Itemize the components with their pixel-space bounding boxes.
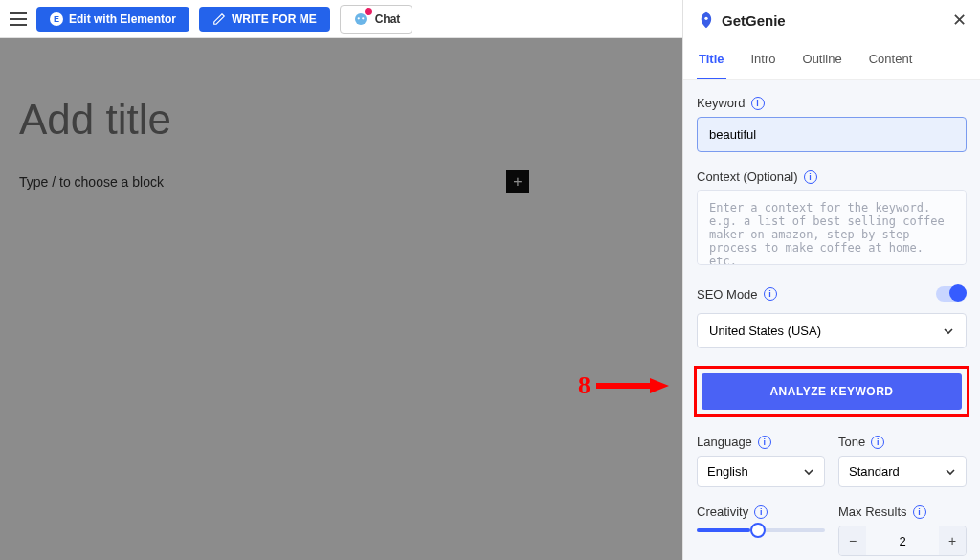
info-icon[interactable]: i	[754, 505, 768, 519]
chat-button[interactable]: Chat	[340, 5, 413, 34]
keyword-input[interactable]	[697, 117, 967, 152]
elementor-label: Edit with Elementor	[69, 12, 176, 26]
write-for-me-button[interactable]: WRITE FOR ME	[199, 7, 330, 32]
tone-label: Tone	[838, 435, 865, 449]
editor-area: Type / to choose a block +	[0, 38, 682, 560]
slider-fill	[697, 528, 750, 532]
svg-point-1	[357, 17, 359, 19]
creativity-label: Creativity	[697, 504, 748, 519]
language-value: English	[707, 464, 748, 479]
info-icon[interactable]: i	[913, 505, 926, 519]
analyze-keyword-button[interactable]: ANALYZE KEYWORD	[702, 373, 962, 410]
creativity-slider[interactable]	[697, 528, 825, 532]
menu-toggle[interactable]	[10, 12, 27, 26]
language-select[interactable]: English	[697, 456, 825, 487]
tab-title[interactable]: Title	[697, 40, 726, 79]
tab-intro[interactable]: Intro	[749, 40, 778, 79]
keyword-label: Keyword	[697, 96, 746, 110]
seo-mode-toggle[interactable]	[936, 286, 967, 302]
country-select[interactable]: United States (USA)	[697, 313, 967, 348]
brand-logo-icon	[697, 11, 716, 30]
tabs: Title Intro Outline Content	[683, 40, 980, 80]
info-icon[interactable]: i	[758, 436, 771, 449]
elementor-icon: E	[50, 12, 63, 26]
close-icon[interactable]: ✕	[952, 10, 967, 31]
post-title-input[interactable]	[19, 96, 663, 144]
context-textarea[interactable]	[697, 190, 967, 265]
language-label: Language	[697, 435, 752, 449]
tone-value: Standard	[849, 464, 900, 479]
tone-select[interactable]: Standard	[838, 456, 967, 487]
tab-outline[interactable]: Outline	[801, 40, 844, 79]
stepper-value: 2	[866, 534, 939, 549]
analyze-highlight: ANALYZE KEYWORD	[694, 366, 969, 417]
svg-point-5	[704, 17, 707, 20]
chat-badge	[365, 8, 372, 15]
svg-point-2	[362, 17, 364, 19]
stepper-plus-button[interactable]: +	[939, 526, 966, 555]
chevron-down-icon	[945, 466, 956, 478]
seo-mode-label: SEO Mode	[697, 287, 758, 302]
context-label: Context (Optional)	[697, 169, 798, 184]
chevron-down-icon	[943, 325, 954, 337]
tab-content[interactable]: Content	[867, 40, 915, 79]
brand: GetGenie	[697, 11, 786, 30]
chat-label: Chat	[375, 12, 401, 26]
info-icon[interactable]: i	[764, 287, 777, 301]
getgenie-sidebar: GetGenie ✕ Title Intro Outline Content K…	[682, 0, 980, 560]
max-results-label: Max Results	[838, 504, 907, 519]
info-icon[interactable]: i	[751, 97, 765, 110]
info-icon[interactable]: i	[871, 436, 884, 449]
add-block-button[interactable]: +	[506, 170, 529, 193]
stepper-minus-button[interactable]: −	[839, 526, 866, 555]
chevron-down-icon	[803, 466, 814, 478]
pen-icon	[212, 12, 226, 26]
brand-name: GetGenie	[722, 12, 786, 29]
block-hint: Type / to choose a block	[19, 174, 164, 190]
country-value: United States (USA)	[709, 324, 821, 338]
max-results-stepper[interactable]: − 2 +	[838, 526, 967, 556]
edit-elementor-button[interactable]: E Edit with Elementor	[36, 7, 189, 32]
slider-thumb	[750, 523, 766, 538]
svg-point-0	[355, 13, 367, 25]
toggle-knob	[949, 284, 967, 302]
write-label: WRITE FOR ME	[232, 12, 317, 26]
info-icon[interactable]: i	[804, 170, 817, 184]
